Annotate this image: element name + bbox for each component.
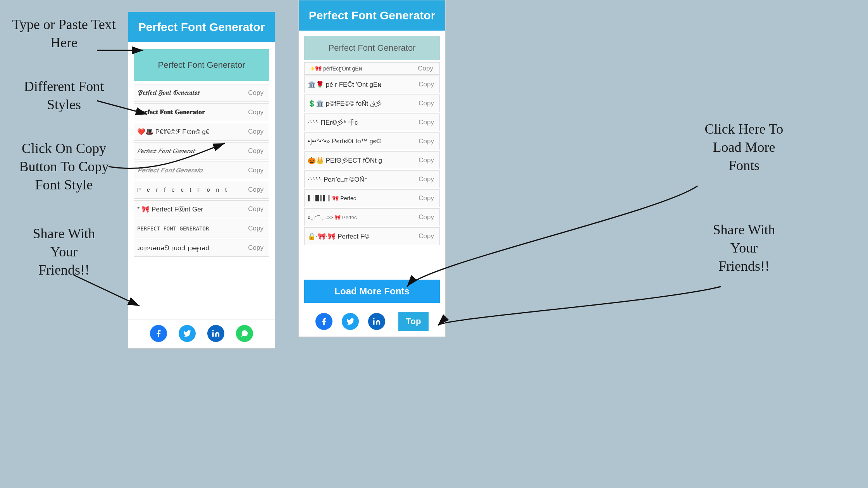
font-text: ɹoʇɐɹǝuǝ⅁ ʇuoℲ ʇɔǝɟɹǝd [137, 244, 246, 252]
left-panel: Perfect Font Generator 𝔓𝔢𝔯𝔣𝔢𝔠𝔱 𝔉𝔬𝔫𝔱 𝔊𝔢𝔫𝔢… [128, 12, 275, 349]
font-row: •]••°•°•» Рєrfє©t fo™ gє© Copy [304, 132, 440, 150]
font-text: 💲🏛️ p©fFE©© foÑt ق彡 [308, 99, 416, 108]
font-text: 🎃👑 ΡΕfΘ彡ΕCΤ fÔΝt g [308, 156, 416, 165]
font-row: 🏛️🌹 pé r FEČt 'Ont gEɴ Copy [304, 76, 440, 93]
linkedin-share-button-right[interactable] [368, 313, 385, 330]
font-row: 𝘗𝘦𝘳𝘧𝘦𝘤𝘵 𝘍𝘰𝘯𝘵 𝘎𝘦𝘯𝘦𝘳𝘢𝘵 Copy [134, 142, 269, 160]
copy-button[interactable]: Copy [246, 166, 266, 175]
annotation-load-more: Click Here ToLoad MoreFonts [682, 120, 806, 174]
copy-button[interactable]: Copy [416, 99, 436, 108]
font-text: ❤️🎩 P€ff€©ℱ F⊙n© g€ [137, 128, 246, 136]
font-row: ·'·'·'·'· Реяʼе□т ©ОÑ⁻ Copy [304, 170, 440, 188]
facebook-share-button-right[interactable] [315, 313, 332, 330]
copy-button[interactable]: Copy [246, 224, 266, 233]
font-text: ·'·'·'· ΠEr©彡ᵃ 千c [308, 118, 416, 127]
font-text: 𝐏𝐞𝐫𝐟𝐞𝐜𝐭 𝐅𝐨𝐧𝐭 𝐆𝐞𝐧𝐞𝐫𝐚𝐭𝐨𝐫 [137, 108, 246, 116]
font-row: PERFECT FONT GENERATOR Copy [134, 220, 269, 237]
load-more-button[interactable]: Load More Fonts [304, 280, 440, 303]
copy-button[interactable]: Copy [246, 88, 266, 98]
annotation-click-copy: Click On CopyButton To CopyFont Style [8, 139, 120, 194]
right-panel-header: Perfect Font Generator [299, 0, 445, 31]
font-row: * 🎀 Perfect Fⓞnt Ger Copy [134, 200, 269, 218]
copy-button[interactable]: Copy [416, 118, 436, 127]
font-row: ·'·'·'· ΠEr©彡ᵃ 千c Copy [304, 113, 440, 131]
font-text: 𝙋𝙚𝙧𝙛𝙚𝙘𝙩 𝙁𝙤𝙣𝙩 𝙂𝙚𝙣𝙚𝙧𝙖𝙩𝙤 [137, 167, 246, 174]
font-row: ɹoʇɐɹǝuǝ⅁ ʇuoℲ ʇɔǝɟɹǝd Copy [134, 239, 269, 257]
copy-button[interactable]: Copy [416, 156, 436, 165]
font-row: ▌║█║▌║ 🎀 Рerfec Copy [304, 189, 440, 207]
font-text: P e r f e c t F o n t [137, 187, 246, 193]
top-button[interactable]: Top [398, 312, 429, 331]
annotation-diff-styles: Different FontStyles [8, 77, 120, 114]
font-row: ¤¸¸·°¯·¸·..>> 🎀 Рerfec Copy [304, 208, 440, 226]
text-input-right[interactable] [304, 36, 440, 60]
annotation-share: Share WithYourFriends!! [8, 225, 120, 279]
font-text: ·'·'·'·'· Реяʼе□т ©ОÑ⁻ [308, 175, 416, 184]
font-row: ❤️🎩 P€ff€©ℱ F⊙n© g€ Copy [134, 123, 269, 141]
share-bar-left [128, 319, 275, 348]
font-list-right: 🏛️🌹 pé r FEČt 'Ont gEɴ Copy 💲🏛️ p©fFE©© … [299, 76, 445, 277]
copy-button[interactable]: Copy [246, 127, 266, 136]
font-list-left: 𝔓𝔢𝔯𝔣𝔢𝔠𝔱 𝔉𝔬𝔫𝔱 𝔊𝔢𝔫𝔢𝔯𝔞𝔱𝔬𝔯 Copy 𝐏𝐞𝐫𝐟𝐞𝐜𝐭 𝐅𝐨𝐧𝐭… [128, 84, 275, 319]
partial-font-text: ✨🎀 pérfEcʈ'Ont gEɴ [308, 65, 415, 72]
font-row: 𝐏𝐞𝐫𝐟𝐞𝐜𝐭 𝐅𝐨𝐧𝐭 𝐆𝐞𝐧𝐞𝐫𝐚𝐭𝐨𝐫 Copy [134, 103, 269, 121]
copy-button[interactable]: Copy [416, 137, 436, 146]
font-row: 🔒·🎀·🎀 Perfect F© Copy [304, 227, 440, 245]
copy-button[interactable]: Copy [416, 80, 436, 89]
font-row: 💲🏛️ p©fFE©© foÑt ق彡 Copy [304, 95, 440, 112]
svg-point-1 [373, 318, 374, 320]
annotation-share2: Share WithYourFriends!! [682, 221, 806, 275]
copy-button[interactable]: Copy [246, 185, 266, 194]
facebook-share-button[interactable] [150, 325, 167, 342]
copy-button[interactable]: Copy [246, 108, 266, 117]
font-text: * 🎀 Perfect Fⓞnt Ger [137, 205, 246, 214]
right-panel: Perfect Font Generator ✨🎀 pérfEcʈ'Ont gE… [298, 0, 446, 337]
copy-button[interactable]: Copy [416, 232, 436, 241]
copy-button[interactable]: Copy [416, 194, 436, 203]
copy-button[interactable]: Copy [416, 175, 436, 184]
annotation-type-paste: Type or Paste TextHere [8, 15, 120, 52]
font-row: 🎃👑 ΡΕfΘ彡ΕCΤ fÔΝt g Copy [304, 151, 440, 169]
font-text: 𝔓𝔢𝔯𝔣𝔢𝔠𝔱 𝔉𝔬𝔫𝔱 𝔊𝔢𝔫𝔢𝔯𝔞𝔱𝔬𝔯 [137, 89, 246, 97]
font-text: ¤¸¸·°¯·¸·..>> 🎀 Рerfec [308, 215, 416, 220]
copy-button[interactable]: Copy [246, 243, 266, 253]
copy-button[interactable]: Copy [415, 64, 436, 73]
font-text: •]••°•°•» Рєrfє©t fo™ gє© [308, 137, 416, 145]
share-bar-right: Top [299, 307, 445, 337]
linkedin-share-button[interactable] [207, 325, 224, 342]
font-text: PERFECT FONT GENERATOR [137, 225, 246, 232]
partial-font-row: ✨🎀 pérfEcʈ'Ont gEɴ Copy [304, 62, 440, 75]
copy-button[interactable]: Copy [246, 146, 266, 156]
whatsapp-share-button[interactable] [236, 325, 253, 342]
twitter-share-button-right[interactable] [342, 313, 359, 330]
twitter-share-button[interactable] [179, 325, 196, 342]
font-text: 𝘗𝘦𝘳𝘧𝘦𝘤𝘵 𝘍𝘰𝘯𝘵 𝘎𝘦𝘯𝘦𝘳𝘢𝘵 [137, 147, 246, 155]
text-input[interactable] [134, 49, 269, 81]
copy-button[interactable]: Copy [416, 213, 436, 222]
font-row: 𝙋𝙚𝙧𝙛𝙚𝙘𝙩 𝙁𝙤𝙣𝙩 𝙂𝙚𝙣𝙚𝙧𝙖𝙩𝙤 Copy [134, 162, 269, 179]
font-text: ▌║█║▌║ 🎀 Рerfec [308, 195, 416, 201]
svg-point-0 [212, 330, 214, 332]
copy-button[interactable]: Copy [246, 204, 266, 214]
font-row: P e r f e c t F o n t Copy [134, 181, 269, 199]
font-text: 🏛️🌹 pé r FEČt 'Ont gEɴ [308, 81, 416, 89]
left-panel-header: Perfect Font Generator [128, 12, 275, 42]
font-row: 𝔓𝔢𝔯𝔣𝔢𝔠𝔱 𝔉𝔬𝔫𝔱 𝔊𝔢𝔫𝔢𝔯𝔞𝔱𝔬𝔯 Copy [134, 84, 269, 102]
font-text: 🔒·🎀·🎀 Perfect F© [308, 232, 416, 241]
